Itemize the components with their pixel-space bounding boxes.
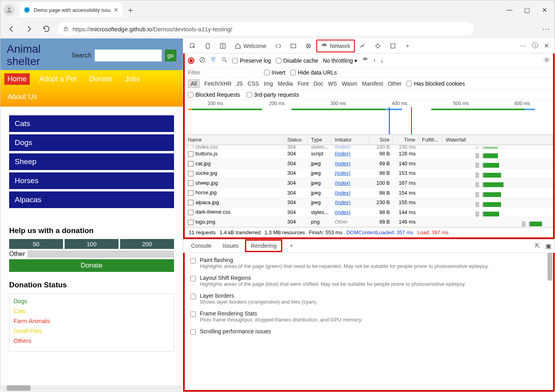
- url-field[interactable]: https://microsoftedge.github.io/Demos/de…: [57, 22, 474, 36]
- donation-50[interactable]: 50: [9, 239, 63, 249]
- donation-100[interactable]: 100: [65, 239, 119, 249]
- table-row[interactable]: alpaca.jpg304jpeg(index)230 B155 ms: [185, 198, 553, 208]
- inspect-button[interactable]: [186, 40, 200, 52]
- table-row[interactable]: horse.jpg304jpeg(index)98 B154 ms: [185, 188, 553, 198]
- drawer-issues-tab[interactable]: Issues: [218, 241, 243, 251]
- category-horses[interactable]: Horses: [9, 172, 174, 189]
- blocked-requests-checkbox[interactable]: Blocked Requests: [188, 92, 240, 98]
- table-row[interactable]: dark-theme.css304styles...(index)98 B144…: [185, 207, 553, 217]
- filter-input[interactable]: [188, 69, 259, 76]
- table-row[interactable]: logo.png304pngOther99 B146 ms: [185, 217, 553, 227]
- filter-manifest[interactable]: Manifest: [362, 80, 383, 87]
- devtools-more-icon[interactable]: ⋯: [520, 42, 526, 50]
- welcome-tab[interactable]: Welcome: [231, 40, 270, 52]
- filter-all[interactable]: All: [188, 79, 200, 88]
- close-window-button[interactable]: ✕: [540, 6, 548, 14]
- drawer-dock-icon[interactable]: ▣: [545, 242, 551, 250]
- network-timeline[interactable]: 100 ms200 ms300 ms400 ms500 ms600 ms: [185, 100, 553, 135]
- render-checkbox[interactable]: [190, 276, 196, 281]
- table-row[interactable]: sheep.jpg304jpeg(index)100 B167 ms: [185, 178, 553, 188]
- browser-tab[interactable]: Demo page with accessibility issu ✕: [19, 3, 122, 17]
- browser-menu-button[interactable]: ⋯: [542, 24, 550, 34]
- devtools-close-icon[interactable]: ✕: [544, 42, 549, 50]
- donate-button[interactable]: Donate: [9, 259, 174, 272]
- category-dogs[interactable]: Dogs: [9, 134, 174, 151]
- network-conditions-icon[interactable]: [362, 57, 368, 64]
- filter-img[interactable]: Img: [264, 80, 273, 87]
- elements-tab-icon[interactable]: [271, 40, 285, 52]
- invert-checkbox[interactable]: Invert: [264, 69, 285, 76]
- disable-cache-checkbox[interactable]: Disable cache: [276, 57, 318, 64]
- clear-button[interactable]: [199, 57, 205, 64]
- horizontal-scrollbar[interactable]: [1, 385, 182, 391]
- nav-item-home[interactable]: Home: [4, 73, 30, 85]
- table-row[interactable]: styles.css304styles...(index)100 B130 ms: [185, 145, 553, 149]
- console-tab-icon[interactable]: [286, 40, 300, 52]
- filter-doc[interactable]: Doc: [314, 80, 323, 87]
- drawer-add-tab[interactable]: ＋: [284, 240, 299, 251]
- filter-js[interactable]: JS: [236, 80, 243, 87]
- sources-tab-icon[interactable]: [301, 40, 316, 52]
- filter-media[interactable]: Media: [278, 80, 293, 87]
- network-tab[interactable]: Network: [316, 40, 355, 52]
- memory-tab-icon[interactable]: [371, 40, 385, 52]
- drawer-console-tab[interactable]: Console: [186, 241, 216, 251]
- table-row[interactable]: buttons.js304script(index)98 B128 ms: [185, 149, 553, 159]
- render-checkbox[interactable]: [190, 312, 196, 317]
- new-tab-button[interactable]: ＋: [126, 5, 134, 15]
- render-checkbox[interactable]: [190, 258, 196, 264]
- hide-data-urls-checkbox[interactable]: Hide data URLs: [290, 69, 337, 76]
- drawer-scrollbar[interactable]: [547, 253, 552, 281]
- filter-ws[interactable]: WS: [328, 80, 337, 87]
- reload-button[interactable]: [40, 23, 53, 35]
- add-tab-button[interactable]: ＋: [401, 40, 414, 52]
- minimize-button[interactable]: —: [505, 6, 513, 14]
- search-input[interactable]: [95, 50, 162, 61]
- extra-filters: Blocked Requests 3rd-party requests: [185, 90, 553, 100]
- maximize-button[interactable]: ▢: [523, 6, 531, 14]
- donation-200[interactable]: 200: [120, 239, 174, 249]
- category-alpacas[interactable]: Alpacas: [9, 191, 174, 208]
- nav-item-donate[interactable]: Donate: [86, 73, 115, 85]
- table-row[interactable]: socke.jpg304jpeg(index)98 B153 ms: [185, 168, 553, 178]
- nav-item-about-us[interactable]: About Us: [4, 91, 179, 103]
- dock-icon[interactable]: [216, 40, 230, 52]
- upload-har-icon[interactable]: ↑: [373, 57, 376, 64]
- drawer-rendering-tab[interactable]: Rendering: [245, 239, 283, 252]
- render-checkbox[interactable]: [190, 294, 196, 299]
- application-tab-icon[interactable]: [386, 40, 400, 52]
- category-list: CatsDogsSheepHorsesAlpacas: [0, 107, 183, 219]
- blocked-cookies-checkbox[interactable]: Has blocked cookies: [406, 80, 465, 87]
- devtools-help-icon[interactable]: ⓘ: [532, 42, 538, 50]
- download-har-icon[interactable]: ↓: [381, 57, 383, 64]
- record-button[interactable]: [188, 57, 194, 64]
- filter-font[interactable]: Font: [298, 80, 309, 87]
- nav-item-jobs[interactable]: Jobs: [122, 73, 143, 85]
- other-input[interactable]: [27, 250, 174, 258]
- go-button[interactable]: go: [165, 50, 176, 61]
- filter-toggle-icon[interactable]: [210, 57, 216, 64]
- table-row[interactable]: cat.jpg304jpeg(index)99 B140 ms: [185, 159, 553, 169]
- forward-button[interactable]: [23, 23, 35, 35]
- close-tab-icon[interactable]: ✕: [114, 7, 119, 13]
- filter-fetch-xhr[interactable]: Fetch/XHR: [205, 80, 232, 87]
- throttling-select[interactable]: No throttling ▾: [323, 57, 357, 64]
- file-icon: [188, 151, 193, 157]
- device-toggle[interactable]: [201, 40, 215, 52]
- filter-wasm[interactable]: Wasm: [342, 80, 357, 87]
- search-icon[interactable]: [221, 57, 228, 64]
- performance-tab-icon[interactable]: [356, 40, 370, 52]
- category-cats[interactable]: Cats: [9, 115, 174, 132]
- network-settings-icon[interactable]: [544, 57, 550, 64]
- render-checkbox[interactable]: [190, 329, 196, 335]
- table-header[interactable]: Name Status Type Initiator Size Time Ful…: [185, 135, 553, 145]
- filter-css[interactable]: CSS: [247, 80, 259, 87]
- profile-icon[interactable]: [4, 4, 15, 15]
- nav-item-adopt-a-pet[interactable]: Adopt a Pet: [36, 73, 80, 85]
- back-button[interactable]: [5, 23, 18, 35]
- category-sheep[interactable]: Sheep: [9, 153, 174, 170]
- third-party-checkbox[interactable]: 3rd-party requests: [247, 92, 299, 98]
- drawer-expand-icon[interactable]: ⇱: [535, 242, 540, 250]
- preserve-log-checkbox[interactable]: Preserve log: [232, 57, 271, 64]
- filter-other[interactable]: Other: [388, 80, 402, 87]
